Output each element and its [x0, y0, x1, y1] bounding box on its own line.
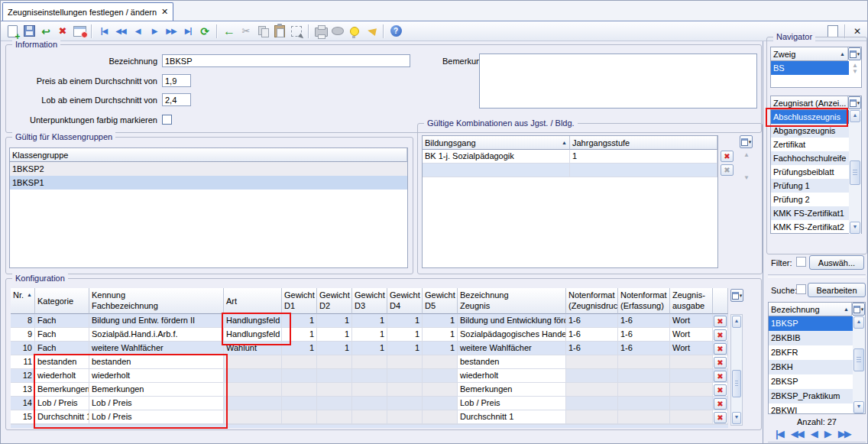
cell-notenformat-druck[interactable]: 1-6 [566, 342, 618, 355]
zeugnisart-item[interactable]: Fachhochschulreife [771, 151, 849, 165]
cell-bezeichnung[interactable]: Bemerkungen [458, 383, 566, 397]
kombinationen-column-picker-icon[interactable] [740, 135, 753, 148]
bezeichnung-zeugnis-column-header[interactable]: BezeichnungZeugnis [458, 288, 566, 314]
konfiguration-row[interactable]: 8 Fach Bildung und Entw. fördern II Hand… [11, 314, 728, 328]
zweig-column-header[interactable]: Zweig ▲ [771, 47, 848, 61]
cell-gewicht-d4[interactable]: 1 [387, 328, 423, 342]
refresh-button[interactable]: ⟳ [196, 23, 213, 40]
cell-zeugnisausgabe[interactable] [670, 397, 713, 410]
konfiguration-row[interactable]: 13 Bemerkungen Bemerkungen Bemerkungen ✖ [11, 383, 728, 397]
cell-notenformat-druck[interactable] [566, 410, 618, 424]
scroll-down-button[interactable]: ▼ [732, 412, 741, 424]
tab-zeugniseinstellungen[interactable]: Zeugniseinstellungen festlegen / ändern … [2, 2, 173, 21]
nav-first-button[interactable]: |◀ [776, 428, 783, 439]
cell-kategorie[interactable]: Bemerkungen [35, 383, 89, 397]
nav-first-button[interactable]: |◀ [96, 23, 112, 40]
nav-forward-button[interactable]: ▶ [146, 23, 163, 40]
nav-fast-forward-button[interactable]: ▶▶ [838, 428, 850, 439]
cell-kennung[interactable]: Sozialpäd.Hand.i.Arb.f. [89, 328, 224, 342]
gewicht-d4-column-header[interactable]: GewichtD4 [387, 288, 423, 314]
cell-notenformat-erfassung[interactable] [618, 397, 670, 410]
cell-notenformat-druck[interactable] [566, 397, 618, 410]
bezeichnung-item[interactable]: 2BKFR [769, 345, 853, 360]
scroll-down-icon[interactable]: ▼ [742, 175, 751, 181]
zeugnisart-item[interactable]: Zertifikat [771, 138, 849, 151]
cell-kennung[interactable]: weitere Wahlfächer [89, 342, 224, 355]
cell-art[interactable] [224, 369, 282, 383]
gewicht-d3-column-header[interactable]: GewichtD3 [352, 288, 387, 314]
cell-nr[interactable]: 10 [11, 342, 35, 355]
paste-button[interactable] [271, 23, 288, 40]
zeugnisart-column-picker-icon[interactable] [848, 96, 861, 109]
cell-gewicht-d2[interactable]: 1 [317, 328, 352, 342]
bildungsgang-column-header[interactable]: Bildungsgang ▲ [423, 136, 570, 150]
cell-gewicht-d3[interactable] [352, 410, 387, 424]
cell-zeugnisausgabe[interactable] [670, 383, 713, 397]
scroll-up-button[interactable]: ▲ [850, 110, 860, 122]
nav-fast-forward-button[interactable]: ▶▶ [163, 23, 180, 40]
bildungsgang-cell[interactable] [423, 164, 570, 177]
cell-bezeichnung[interactable]: Lob / Preis [458, 397, 566, 410]
preis-input[interactable]: 1,9 [162, 74, 191, 87]
cell-kategorie[interactable]: Fach [35, 342, 89, 355]
bezeichnung-item[interactable]: 2BKBIB [769, 331, 853, 345]
cell-kennung[interactable]: wiederholt [89, 369, 224, 383]
cell-gewicht-d1[interactable]: 1 [282, 314, 317, 328]
cell-gewicht-d2[interactable] [317, 383, 352, 397]
cell-bezeichnung[interactable]: bestanden [458, 355, 566, 369]
cell-kategorie[interactable]: bestanden [35, 355, 89, 369]
cell-kategorie[interactable]: Fach [35, 328, 89, 342]
zeugnisausgabe-column-header[interactable]: Zeugnis-ausgabe [670, 288, 713, 314]
cell-notenformat-druck[interactable] [566, 383, 618, 397]
filter-box[interactable] [796, 257, 806, 267]
nav-fast-back-button[interactable]: ◀◀ [112, 23, 129, 40]
row-delete-button[interactable]: ✖ [714, 398, 727, 410]
cell-notenformat-druck[interactable] [566, 355, 618, 369]
cell-kategorie[interactable]: Durchschnitt 1 [35, 410, 89, 424]
bezeichnung-scrollbar[interactable]: ▲ ▼ [853, 316, 865, 413]
hint-button[interactable] [346, 23, 363, 40]
cell-gewicht-d3[interactable] [352, 355, 387, 369]
art-column-header[interactable]: Art [224, 288, 282, 314]
cell-gewicht-d5[interactable]: 1 [423, 328, 458, 342]
scroll-down-button[interactable]: ▼ [853, 401, 864, 413]
nav-back-button[interactable]: ◀ [129, 23, 146, 40]
zeugnisart-item[interactable]: KMK FS-Zertifikat2 [771, 220, 849, 234]
cell-notenformat-erfassung[interactable] [618, 383, 670, 397]
zeugnisart-scrollbar[interactable]: ▲ ▼ [849, 110, 861, 234]
cell-zeugnisausgabe[interactable] [670, 355, 713, 369]
bildungsgang-cell[interactable]: BK 1-j. Sozialpädagogik [423, 150, 570, 164]
bezeichnung-item[interactable]: 2BKSP [769, 374, 853, 389]
zeugnisart-item[interactable]: Prüfungsbeiblatt [771, 165, 849, 179]
cell-kennung[interactable]: Lob / Preis [89, 397, 224, 410]
zweig-column-picker-icon[interactable] [848, 47, 861, 60]
cell-art[interactable]: Handlungsfeld [224, 314, 282, 328]
cell-kategorie[interactable]: wiederholt [35, 369, 89, 383]
gewicht-d5-column-header[interactable]: GewichtD5 [423, 288, 458, 314]
row-delete-button[interactable]: ✖ [714, 329, 727, 341]
konfiguration-scrollbar[interactable]: ▲ ▼ [730, 314, 743, 426]
notenformat-druck-column-header[interactable]: Notenformat(Zeugnisdruck) [566, 288, 618, 314]
klassengruppe-row[interactable]: 1BKSP2 [10, 162, 407, 176]
cell-zeugnisausgabe[interactable]: Wort [670, 342, 713, 355]
cell-nr[interactable]: 15 [11, 410, 35, 424]
cell-art[interactable] [224, 355, 282, 369]
cell-gewicht-d2[interactable]: 1 [317, 342, 352, 355]
cell-gewicht-d1[interactable] [282, 383, 317, 397]
cell-gewicht-d1[interactable] [282, 397, 317, 410]
zeugnisart-item[interactable]: Abschlusszeugnis [771, 110, 849, 124]
bezeichnung-item[interactable]: 2BKH [769, 360, 853, 374]
kombination-row[interactable]: BK 1-j. Sozialpädagogik 1 [423, 150, 717, 164]
preview-button[interactable] [329, 23, 346, 40]
cell-gewicht-d1[interactable] [282, 410, 317, 424]
cell-gewicht-d4[interactable]: 1 [387, 314, 423, 328]
konfiguration-row[interactable]: 11 bestanden bestanden bestanden ✖ [11, 355, 728, 369]
help-button[interactable]: ? [387, 23, 404, 40]
jahrgangsstufe-cell[interactable]: 1 [570, 150, 717, 164]
cell-bezeichnung[interactable]: Sozialpädagogisches Handel... [458, 328, 566, 342]
nav-back-button[interactable]: ◀ [811, 428, 817, 439]
cell-gewicht-d1[interactable]: 1 [282, 342, 317, 355]
cell-gewicht-d4[interactable]: 1 [387, 342, 423, 355]
row-delete-button[interactable]: ✖ [714, 412, 727, 423]
new-record-button[interactable] [4, 23, 21, 40]
